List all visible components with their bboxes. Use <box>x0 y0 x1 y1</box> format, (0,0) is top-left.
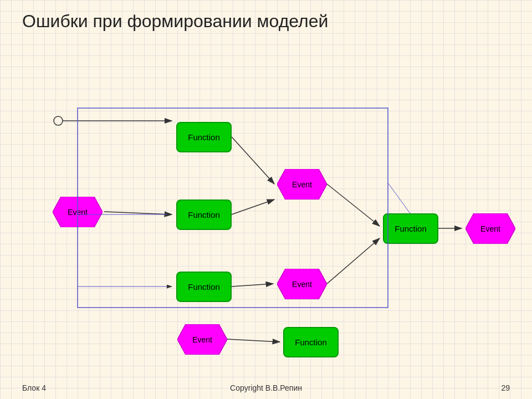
event-hex-4: Event <box>177 324 227 355</box>
svg-line-6 <box>327 184 380 226</box>
page-title: Ошибки при формировании моделей <box>22 11 328 32</box>
svg-point-2 <box>54 116 63 125</box>
svg-line-10 <box>227 339 280 342</box>
svg-line-4 <box>104 212 172 214</box>
function-box-5: Function <box>283 327 339 357</box>
footer-copyright: Copyright В.В.Репин <box>230 383 302 392</box>
event-hex-2: Event <box>277 169 327 200</box>
function-box-3: Function <box>176 272 232 302</box>
svg-line-15 <box>388 183 410 213</box>
diagram: Function Function Function Function Func… <box>22 50 510 377</box>
event-hex-3: Event <box>277 269 327 299</box>
event-hex-5: Event <box>466 213 515 244</box>
svg-rect-12 <box>78 108 388 308</box>
svg-line-5 <box>232 137 274 184</box>
function-box-4: Function <box>383 213 438 244</box>
function-box-1: Function <box>176 122 232 152</box>
function-box-2: Function <box>176 200 232 230</box>
svg-line-8 <box>232 284 273 287</box>
event-hex-1: Event <box>53 197 103 227</box>
svg-line-7 <box>232 200 274 214</box>
footer-block-label: Блок 4 <box>22 383 46 392</box>
svg-line-9 <box>327 238 380 284</box>
footer-page-number: 29 <box>501 383 510 392</box>
